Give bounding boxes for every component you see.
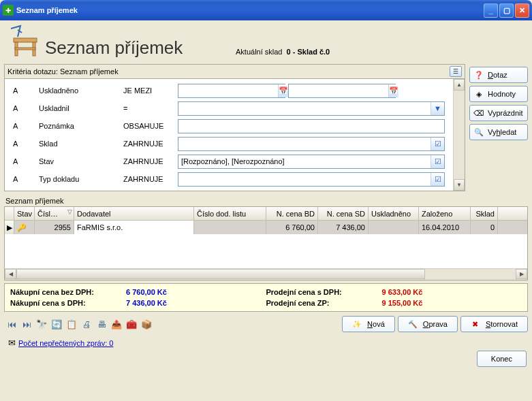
criteria-operator: JE MEZI	[123, 86, 178, 95]
minimize-button[interactable]: _	[484, 3, 498, 18]
first-icon[interactable]: ⏮	[5, 318, 18, 330]
nova-button[interactable]: ✨ Nová	[342, 316, 395, 332]
mail-icon: ✉	[8, 338, 16, 348]
col-uskladneno[interactable]: Uskladněno	[369, 207, 419, 220]
criteria-title: Kritéria dotazu: Seznam příjemek	[7, 67, 119, 76]
scroll-down-button[interactable]: ▼	[454, 179, 465, 191]
col-n-cena-bd[interactable]: N. cena BD	[266, 207, 318, 220]
question-icon: ❓	[474, 70, 484, 80]
criteria-field-label: Typ dokladu	[39, 175, 123, 183]
scroll-left-button[interactable]: ◀	[5, 269, 16, 279]
edit-icon: 🔨	[408, 320, 418, 329]
criteria-field-label: Poznámka	[39, 122, 123, 130]
checklist-icon[interactable]: ☑	[431, 173, 444, 186]
scroll-up-button[interactable]: ▲	[454, 79, 465, 91]
col-cislo[interactable]: Čísl…▽	[35, 207, 74, 220]
multiselect-input[interactable]: ☑	[178, 172, 445, 187]
criteria-options-button[interactable]: ☰	[450, 66, 462, 77]
combo-input[interactable]: ▼	[178, 101, 445, 116]
pc-s-dph-label: Prodejní cena s DPH:	[266, 288, 382, 296]
cell-cislo: 2955	[35, 221, 74, 234]
refresh-icon[interactable]: 🔄	[50, 318, 63, 330]
header-icon	[7, 25, 41, 59]
unread-messages-link[interactable]: Počet nepřečtených zpráv: 0	[18, 339, 113, 347]
maximize-button[interactable]: ▢	[499, 3, 514, 18]
date-to-input[interactable]: 📅	[288, 84, 396, 98]
date-from-input[interactable]: 📅	[178, 84, 285, 98]
criteria-row: A Typ dokladu ZAHRNUJE ☑	[9, 170, 449, 188]
col-cislo-dod[interactable]: Číslo dod. listu	[194, 207, 266, 220]
print-icon[interactable]: 🖨	[80, 318, 93, 330]
dotaz-button[interactable]: ❓ Dotaz	[469, 67, 528, 83]
konec-button[interactable]: Konec	[477, 351, 527, 367]
svg-rect-3	[15, 48, 35, 50]
table-row[interactable]: ▶ 🔑 2955 FaRMIS s.r.o. 6 760,00 7 436,00…	[5, 221, 527, 234]
page-title: Seznam příjemek	[45, 37, 183, 59]
grid-hscrollbar[interactable]: ◀ ▶	[5, 268, 527, 280]
binoculars-icon[interactable]: 🔭	[35, 318, 48, 330]
last-icon[interactable]: ⏭	[20, 318, 33, 330]
summary-panel: Nákupní cena bez DPH:6 760,00 Kč Nákupní…	[4, 283, 528, 312]
calendar-icon[interactable]: 📅	[278, 84, 288, 97]
criteria-operator: =	[123, 104, 178, 112]
clear-icon: ⌫	[474, 108, 484, 118]
cell-zalozeno: 16.04.2010	[419, 221, 471, 234]
close-button[interactable]: ✕	[515, 3, 529, 18]
nc-s-dph-label: Nákupní cena s DPH:	[10, 299, 126, 307]
criteria-conjunction: A	[9, 175, 39, 183]
values-icon: ◈	[474, 89, 484, 99]
pc-s-dph-value: 9 633,00 Kč	[382, 288, 457, 296]
print-preview-icon[interactable]: 🖶	[95, 318, 108, 330]
criteria-field-label: Uskladněno	[39, 86, 123, 95]
calendar-icon[interactable]: 📅	[388, 84, 398, 97]
cell-n-cena-sd: 7 436,00	[318, 221, 369, 234]
copy-icon[interactable]: 📋	[65, 318, 78, 330]
export-icon[interactable]: 📤	[110, 318, 123, 330]
criteria-scrollbar[interactable]: ▲ ▼	[453, 79, 465, 191]
multiselect-input[interactable]: ☑	[178, 155, 445, 169]
pc-zp-value: 9 155,00 Kč	[382, 299, 457, 307]
criteria-panel: Kritéria dotazu: Seznam příjemek ☰ A Usk…	[4, 64, 465, 191]
cell-cislo-dod	[194, 221, 266, 234]
criteria-operator: ZAHRNUJE	[123, 175, 178, 183]
criteria-conjunction: A	[9, 86, 39, 95]
nc-bez-dph-value: 6 760,00 Kč	[126, 288, 201, 296]
col-zalozeno[interactable]: Založeno	[419, 207, 471, 220]
tool2-icon[interactable]: 📦	[140, 318, 153, 330]
col-dodavatel[interactable]: Dodavatel	[74, 207, 194, 220]
stornovat-button[interactable]: ✖ Stornovat	[460, 316, 528, 332]
checklist-icon[interactable]: ☑	[431, 138, 444, 150]
receipt-grid: Stav Čísl…▽ Dodavatel Číslo dod. listu N…	[4, 206, 528, 280]
current-warehouse: Aktuální sklad 0 - Sklad č.0	[236, 48, 330, 56]
criteria-field-label: Stav	[39, 157, 123, 165]
oprava-button[interactable]: 🔨 Oprava	[398, 316, 458, 332]
text-input[interactable]	[178, 119, 445, 133]
col-n-cena-sd[interactable]: N. cena SD	[318, 207, 369, 220]
tool1-icon[interactable]: 🧰	[125, 318, 138, 330]
criteria-operator: ZAHRNUJE	[123, 157, 178, 165]
grid-header: Stav Čísl…▽ Dodavatel Číslo dod. listu N…	[5, 207, 527, 221]
criteria-row: A Poznámka OBSAHUJE	[9, 117, 449, 135]
window-title: Seznam příjemek	[16, 6, 484, 14]
hodnoty-button[interactable]: ◈ Hodnoty	[469, 86, 528, 102]
nc-s-dph-value: 7 436,00 Kč	[126, 299, 201, 307]
criteria-conjunction: A	[9, 104, 39, 112]
col-sklad[interactable]: Sklad	[471, 207, 498, 220]
criteria-row: A Uskladnil = ▼	[9, 99, 449, 117]
vyhledat-button[interactable]: 🔍 Vyhledat	[469, 124, 528, 140]
vyprazdnit-button[interactable]: ⌫ Vyprázdnit	[469, 105, 528, 121]
titlebar: ✚ Seznam příjemek _ ▢ ✕	[0, 0, 532, 20]
scroll-right-button[interactable]: ▶	[516, 269, 527, 279]
dropdown-icon[interactable]: ▼	[431, 102, 444, 115]
col-stav[interactable]: Stav	[14, 207, 35, 220]
criteria-row: A Sklad ZAHRNUJE ☑	[9, 135, 449, 153]
cell-sklad: 0	[471, 221, 498, 234]
multiselect-input[interactable]: ☑	[178, 137, 445, 151]
svg-rect-0	[14, 38, 37, 42]
cell-n-cena-bd: 6 760,00	[266, 221, 318, 234]
app-icon: ✚	[3, 5, 14, 16]
criteria-conjunction: A	[9, 122, 39, 130]
checklist-icon[interactable]: ☑	[431, 155, 444, 168]
new-icon: ✨	[352, 320, 362, 329]
page-header: Seznam příjemek Aktuální sklad 0 - Sklad…	[4, 23, 528, 64]
